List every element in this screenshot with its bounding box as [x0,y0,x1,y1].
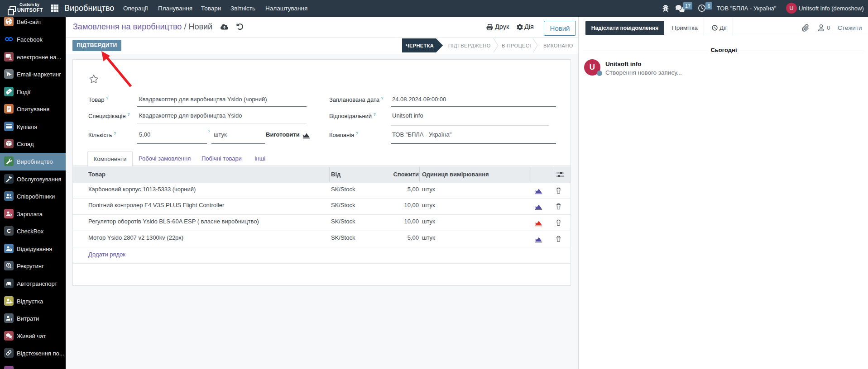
svg-text:$: $ [10,213,12,217]
svg-text:C: C [7,228,11,234]
svg-text:ЧЕРНЕТКА: ЧЕРНЕТКА [406,43,434,48]
svg-text:$: $ [10,318,12,322]
